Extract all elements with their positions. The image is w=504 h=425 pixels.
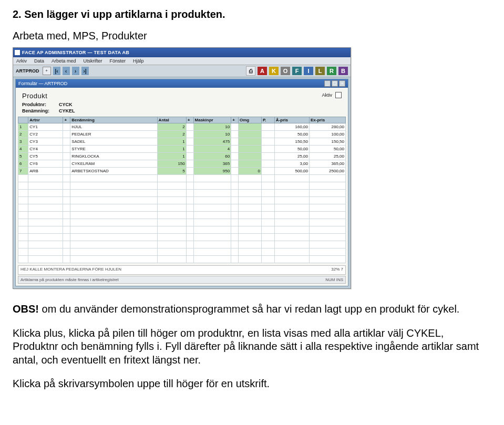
grid-cell[interactable] (262, 182, 275, 190)
grid-cell[interactable] (70, 241, 157, 248)
grid-cell[interactable] (231, 146, 239, 153)
grid-cell[interactable] (262, 160, 275, 168)
grid-cell[interactable] (157, 226, 186, 234)
grid-cell[interactable]: 0 (238, 168, 261, 175)
grid-cell[interactable] (186, 212, 193, 219)
grid-cell[interactable] (63, 219, 70, 226)
grid-cell[interactable] (262, 123, 275, 131)
tile-f[interactable]: F (292, 67, 302, 75)
grid-cell[interactable] (63, 131, 70, 138)
table-row[interactable]: 3CY3SADEL1475150,50150,50 (18, 138, 346, 146)
grid-cell[interactable] (193, 212, 231, 219)
grid-cell[interactable]: CY1 (28, 123, 63, 131)
grid-cell[interactable]: 1 (157, 146, 186, 153)
grid-cell[interactable] (18, 182, 28, 190)
grid-cell[interactable] (157, 219, 186, 226)
grid-cell[interactable] (238, 234, 261, 241)
grid-cell[interactable] (63, 123, 70, 131)
grid-cell[interactable] (186, 226, 193, 234)
tile-a[interactable]: A (258, 67, 267, 75)
grid-cell[interactable]: RINGKLOCKA (70, 153, 157, 160)
grid-cell[interactable] (18, 197, 28, 204)
grid-cell[interactable] (63, 138, 70, 146)
menu-data[interactable]: Data (34, 58, 44, 64)
grid-cell[interactable] (70, 219, 157, 226)
grid-cell[interactable] (193, 197, 231, 204)
grid-cell[interactable]: 160,00 (274, 123, 309, 131)
grid-cell[interactable] (310, 175, 346, 182)
grid-cell[interactable] (28, 182, 63, 190)
grid-cell[interactable] (28, 204, 63, 212)
grid-cell[interactable] (238, 219, 261, 226)
grid-cell[interactable] (231, 131, 239, 138)
grid-cell[interactable] (28, 241, 63, 248)
grid-cell[interactable]: 3,00 (274, 160, 309, 168)
grid-cell[interactable] (231, 153, 239, 160)
grid-cell[interactable] (262, 190, 275, 197)
table-row[interactable]: 1CY1HJUL210160,00280,00 (18, 123, 346, 131)
grid-cell[interactable] (70, 175, 157, 182)
grid-header[interactable]: Antal (157, 117, 186, 123)
grid-cell[interactable] (310, 226, 346, 234)
grid-cell[interactable] (231, 204, 239, 212)
table-row[interactable] (18, 212, 346, 219)
tile-r[interactable]: R (327, 67, 336, 75)
grid-cell[interactable] (231, 256, 239, 263)
grid-cell[interactable] (262, 234, 275, 241)
grid-cell[interactable]: 25,00 (274, 153, 309, 160)
grid-cell[interactable] (238, 123, 261, 131)
grid-cell[interactable] (63, 168, 70, 175)
grid-cell[interactable]: 150 (157, 160, 186, 168)
grid-cell[interactable] (18, 212, 28, 219)
menu-fonster[interactable]: Fönster (110, 58, 126, 64)
grid-cell[interactable]: CY4 (28, 146, 63, 153)
grid-cell[interactable] (231, 219, 239, 226)
nav-first-icon[interactable]: |‹ (53, 67, 60, 75)
grid-cell[interactable] (70, 190, 157, 197)
grid-cell[interactable] (310, 212, 346, 219)
grid-cell[interactable] (231, 226, 239, 234)
grid-cell[interactable]: CY6 (28, 160, 63, 168)
grid-cell[interactable] (157, 197, 186, 204)
grid-cell[interactable] (238, 153, 261, 160)
grid-cell[interactable]: SADEL (70, 138, 157, 146)
table-row[interactable] (18, 234, 346, 241)
grid-cell[interactable] (70, 226, 157, 234)
grid-cell[interactable]: 365 (193, 160, 231, 168)
grid-cell[interactable] (70, 256, 157, 263)
grid-cell[interactable]: 50,00 (274, 146, 309, 153)
close-icon[interactable]: × (339, 80, 345, 87)
grid-cell[interactable] (63, 234, 70, 241)
grid-cell[interactable] (231, 138, 239, 146)
grid-cell[interactable]: 50,00 (310, 146, 346, 153)
table-row[interactable]: 6CY6CYKELRAM1503653,00365,00 (18, 160, 346, 168)
table-row[interactable]: 4CY4STYRE1450,0050,00 (18, 146, 346, 153)
grid-cell[interactable] (310, 190, 346, 197)
grid-cell[interactable] (193, 175, 231, 182)
grid-cell[interactable]: 60 (193, 153, 231, 160)
grid-cell[interactable] (310, 182, 346, 190)
grid-cell[interactable]: 280,00 (310, 123, 346, 131)
tile-k[interactable]: K (269, 67, 279, 75)
grid-cell[interactable] (274, 241, 309, 248)
menu-arkiv[interactable]: Arkiv (16, 58, 27, 64)
grid-cell[interactable]: 4 (193, 146, 231, 153)
grid-cell[interactable] (238, 190, 261, 197)
grid-cell[interactable] (193, 190, 231, 197)
grid-cell[interactable] (63, 256, 70, 263)
grid-cell[interactable] (18, 226, 28, 234)
tile-b[interactable]: B (338, 67, 348, 75)
grid-cell[interactable] (274, 190, 309, 197)
grid-cell[interactable] (186, 175, 193, 182)
grid-cell[interactable] (274, 234, 309, 241)
grid-cell[interactable]: 6 (18, 160, 28, 168)
grid-cell[interactable] (262, 248, 275, 256)
grid-cell[interactable] (231, 160, 239, 168)
grid-cell[interactable] (238, 212, 261, 219)
freetext-line[interactable]: HEJ KALLE MONTERA PEDALERNA FÖRE HJULEN … (18, 265, 346, 275)
table-row[interactable] (18, 219, 346, 226)
grid-cell[interactable] (63, 190, 70, 197)
grid-cell[interactable] (231, 197, 239, 204)
grid-cell[interactable] (310, 219, 346, 226)
grid-cell[interactable] (157, 182, 186, 190)
